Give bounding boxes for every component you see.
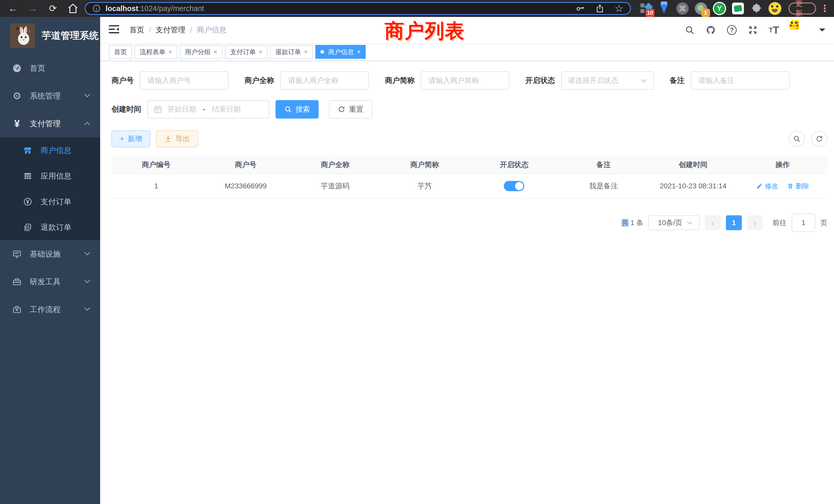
calendar-icon — [154, 105, 162, 114]
browser-reload-icon[interactable]: ⟳ — [47, 3, 59, 14]
close-icon[interactable]: × — [259, 49, 262, 55]
browser-update-button[interactable]: 更新 — [789, 3, 816, 14]
tab-refund-order[interactable]: 退款订单 × — [270, 45, 313, 59]
status-select[interactable]: 请选择开启状态 — [561, 71, 654, 90]
close-icon[interactable]: × — [357, 49, 360, 55]
short-name-input[interactable] — [421, 71, 509, 90]
yen-circle-icon — [22, 196, 34, 207]
export-button[interactable]: 导出 — [156, 130, 198, 147]
show-search-toggle-button[interactable] — [789, 131, 805, 147]
status-toggle[interactable] — [504, 181, 524, 191]
close-icon[interactable]: × — [304, 49, 308, 55]
cell-short-name: 芋艿 — [380, 181, 470, 191]
next-page-button[interactable]: › — [747, 215, 763, 230]
sidebar-item-infrastructure[interactable]: 基础设施 — [0, 240, 100, 268]
github-icon[interactable] — [705, 24, 717, 36]
prev-page-button[interactable]: ‹ — [705, 215, 721, 230]
sidebar-item-home[interactable]: 首页 — [0, 54, 100, 82]
goto-label: 前往 — [773, 218, 787, 227]
sidebar-item-label: 支付订单 — [41, 197, 71, 207]
browser-back-icon[interactable]: ← — [7, 3, 19, 14]
tab-process-form[interactable]: 流程表单 × — [135, 45, 177, 59]
extension-command-icon[interactable]: ⌘ — [676, 2, 689, 16]
reset-button[interactable]: 重置 — [329, 100, 372, 118]
goto-page-input[interactable] — [792, 213, 815, 232]
create-time-label: 创建时间 — [111, 104, 141, 114]
download-icon — [164, 135, 172, 143]
address-bar[interactable]: localhost:1024/pay/merchant ☆ — [85, 2, 631, 15]
refresh-table-button[interactable] — [811, 131, 827, 147]
tab-label: 商户信息 — [328, 48, 354, 56]
tab-label: 首页 — [114, 48, 127, 56]
tab-pay-order[interactable]: 支付订单 × — [225, 45, 267, 59]
close-icon[interactable]: × — [214, 49, 217, 55]
sidebar-toggle-icon[interactable] — [109, 24, 121, 36]
sidebar-item-system[interactable]: ⚙ 系统管理 — [0, 82, 100, 110]
page-content: 商户号 商户全称 商户简称 开启状态 请选择开启状态 备注 — [100, 61, 834, 232]
tab-merchant-info[interactable]: 商户信息 × — [315, 45, 366, 59]
browser-profile-avatar[interactable] — [768, 2, 782, 16]
edit-link[interactable]: 修改 — [756, 182, 778, 191]
breadcrumb-payment[interactable]: 支付管理 — [156, 25, 185, 35]
page-size-value: 10条/页 — [655, 218, 685, 228]
extension-chat-icon[interactable] — [731, 2, 745, 16]
close-icon[interactable]: × — [169, 49, 172, 55]
page-1-button[interactable]: 1 — [726, 215, 742, 230]
search-icon[interactable] — [684, 24, 695, 36]
sidebar-item-label: 支付管理 — [30, 118, 61, 129]
col-short-name: 商户简称 — [380, 160, 470, 169]
avatar-dropdown-caret[interactable] — [819, 28, 825, 35]
create-time-range-picker[interactable]: 开始日期 - 结束日期 — [147, 100, 269, 118]
remark-input[interactable] — [691, 71, 790, 90]
table-toolbar: + 新增 导出 — [111, 130, 827, 147]
sidebar-item-merchant-info[interactable]: 商户信息 — [0, 138, 100, 163]
breadcrumb-home[interactable]: 首页 — [129, 25, 144, 35]
extension-gem-icon[interactable] — [657, 2, 671, 16]
help-icon[interactable]: ? — [726, 24, 738, 36]
documents-icon — [22, 222, 34, 233]
cell-merchant-id: 1 — [111, 182, 201, 190]
filter-row-1: 商户号 商户全称 商户简称 开启状态 请选择开启状态 备注 — [111, 71, 827, 90]
merchant-no-input[interactable] — [140, 71, 228, 90]
browser-menu-icon[interactable]: ⋮ — [820, 3, 829, 14]
user-avatar[interactable] — [789, 20, 809, 40]
password-key-icon[interactable] — [576, 4, 585, 13]
end-date-placeholder: 结束日期 — [212, 105, 241, 114]
bookmark-star-icon[interactable]: ☆ — [615, 4, 623, 13]
grid-icon — [22, 170, 34, 182]
browser-home-icon[interactable] — [67, 3, 79, 14]
full-name-input[interactable] — [280, 71, 369, 90]
extensions-puzzle-icon[interactable] — [749, 2, 763, 16]
sidebar-item-workflow[interactable]: 工作流程 — [0, 296, 100, 323]
sidebar-item-app-info[interactable]: 应用信息 — [0, 163, 100, 189]
extension-y-icon[interactable]: Y — [712, 2, 726, 16]
extension-tabs-icon[interactable]: 10 — [639, 2, 653, 16]
font-size-icon[interactable]: TT — [768, 24, 780, 36]
breadcrumb-separator: / — [190, 26, 192, 35]
tab-home[interactable]: 首页 — [109, 45, 132, 59]
briefcase-icon — [11, 304, 23, 315]
app-logo-row[interactable]: 芋道管理系统 — [0, 17, 100, 54]
delete-link[interactable]: 删除 — [787, 182, 809, 191]
pagination-total: 共 1 条 — [622, 218, 643, 227]
site-info-icon[interactable] — [92, 4, 101, 13]
breadcrumb: 首页 / 支付管理 / 商户信息 — [129, 25, 226, 35]
extension-recorder-icon[interactable]: 1 — [694, 2, 708, 16]
sidebar-item-label: 商户信息 — [41, 145, 71, 156]
tab-user-group[interactable]: 用户分组 × — [180, 45, 222, 59]
sidebar-item-pay-order[interactable]: 支付订单 — [0, 189, 100, 214]
search-button[interactable]: 搜索 — [276, 100, 319, 118]
sidebar-item-dev-tools[interactable]: 研发工具 — [0, 268, 100, 296]
share-icon[interactable] — [595, 4, 605, 13]
add-button[interactable]: + 新增 — [111, 130, 151, 147]
fullscreen-icon[interactable] — [747, 24, 759, 36]
col-remark: 备注 — [559, 160, 649, 169]
status-select-placeholder: 请选择开启状态 — [568, 76, 639, 86]
plus-icon: + — [120, 135, 124, 143]
sidebar-item-refund-order[interactable]: 退款订单 — [0, 214, 100, 240]
short-name-label: 商户简称 — [385, 75, 415, 86]
sidebar-item-payment[interactable]: ¥ 支付管理 — [0, 110, 100, 138]
page-size-select[interactable]: 10条/页 — [649, 215, 700, 230]
browser-forward-icon[interactable]: → — [27, 3, 39, 14]
cell-merchant-no: M233666999 — [201, 182, 291, 190]
